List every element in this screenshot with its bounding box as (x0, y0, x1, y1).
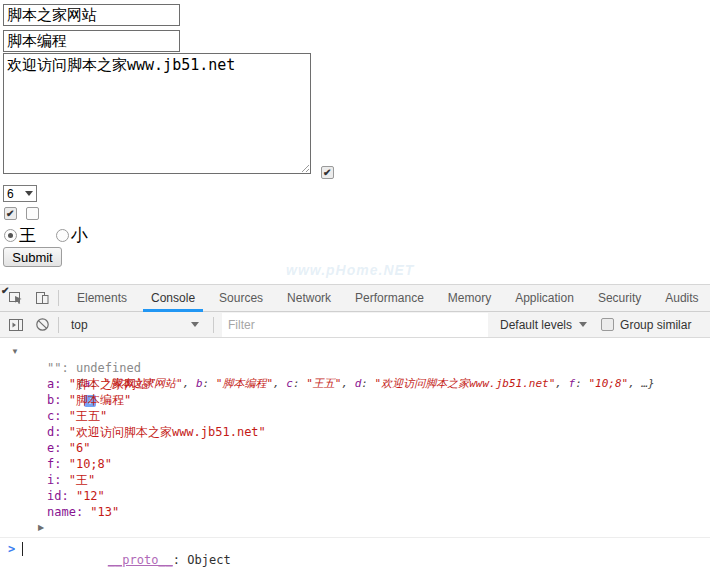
prompt-chevron-icon: > (8, 542, 15, 556)
console-property-row: "": undefined (0, 360, 710, 376)
filter-input[interactable] (222, 313, 488, 337)
radio-xiao[interactable] (56, 229, 69, 242)
tab-network[interactable]: Network (285, 285, 333, 312)
tab-performance[interactable]: Performance (353, 285, 426, 312)
console-property-list: "": undefineda: "脚本之家网站"b: "脚本编程"c: "王五"… (0, 360, 710, 520)
devtools-tabbar: ElementsConsoleSourcesNetworkPerformance… (0, 285, 710, 312)
console-property-row: e: "6" (0, 440, 710, 456)
property-key: id: (47, 489, 69, 503)
checkbox-2[interactable] (26, 207, 39, 220)
console-property-row: name: "13" (0, 504, 710, 520)
devtools-panel: ElementsConsoleSourcesNetworkPerformance… (0, 284, 710, 576)
site-name-input[interactable] (3, 4, 180, 26)
tab-security[interactable]: Security (596, 285, 643, 312)
console-property-row: id: "12" (0, 488, 710, 504)
select-arrow-icon (25, 191, 33, 196)
property-value: "12" (69, 489, 105, 503)
divider (213, 317, 214, 333)
property-value: "脚本编程" (61, 393, 131, 407)
console-property-row: a: "脚本之家网站" (0, 376, 710, 392)
property-value: "王" (61, 473, 95, 487)
inspect-icon[interactable] (8, 290, 24, 306)
tab-console[interactable]: Console (149, 285, 197, 312)
property-value: undefined (69, 361, 141, 375)
group-similar-label: Group similar (620, 318, 691, 332)
console-toolbar: top Default levels Group similar (0, 312, 710, 338)
log-levels-label: Default levels (500, 318, 572, 332)
console-sidebar-icon[interactable] (8, 317, 24, 333)
watermark: www.pHome.NET (286, 262, 414, 278)
property-key: b: (47, 393, 61, 407)
divider (58, 290, 59, 306)
radio-xiao-label: 小 (71, 224, 88, 247)
text-caret (22, 542, 23, 556)
tab-list: ElementsConsoleSourcesNetworkPerformance… (75, 285, 701, 312)
tab-memory[interactable]: Memory (446, 285, 493, 312)
textarea-resize-handle[interactable] (300, 163, 310, 173)
message-textarea[interactable]: 欢迎访问脚本之家www.jb51.net (3, 53, 311, 174)
property-value: "6" (61, 441, 90, 455)
console-prompt[interactable]: > (0, 537, 710, 559)
console-property-row: c: "王五" (0, 408, 710, 424)
textarea-side-checkbox[interactable] (321, 166, 334, 179)
tab-elements[interactable]: Elements (75, 285, 129, 312)
tab-application[interactable]: Application (513, 285, 576, 312)
property-value: "13" (83, 505, 119, 519)
property-key: name: (47, 505, 83, 519)
category-input[interactable] (3, 30, 180, 52)
property-value: "王五" (61, 409, 107, 423)
submit-button[interactable]: Submit (3, 247, 62, 267)
log-levels-dropdown[interactable]: Default levels (500, 318, 587, 332)
expand-arrow-icon[interactable]: ▼ (11, 344, 19, 360)
number-select[interactable]: 6 (3, 185, 37, 202)
property-key: a: (47, 377, 61, 391)
property-key: f: (47, 457, 61, 471)
property-value: "脚本之家网站" (61, 377, 155, 391)
console-property-row: i: "王" (0, 472, 710, 488)
property-value: "10;8" (61, 457, 112, 471)
chevron-down-icon (579, 322, 587, 327)
property-key: d: (47, 425, 61, 439)
expand-arrow-icon[interactable]: ▶ (38, 520, 44, 536)
clear-console-icon[interactable] (34, 317, 50, 333)
context-selector[interactable]: top (67, 312, 205, 338)
tab-audits[interactable]: Audits (663, 285, 700, 312)
console-property-row: f: "10;8" (0, 456, 710, 472)
divider (58, 317, 59, 333)
select-value: 6 (7, 187, 14, 201)
checkbox-1[interactable] (4, 207, 17, 220)
device-toolbar-icon[interactable] (34, 290, 50, 306)
radio-wang-label: 王 (19, 224, 36, 247)
radio-wang[interactable] (4, 229, 17, 242)
console-property-row: d: "欢迎访问脚本之家www.jb51.net" (0, 424, 710, 440)
property-key: e: (47, 441, 61, 455)
console-proto-row: ▶ __proto__: Object (0, 520, 710, 536)
group-similar-checkbox[interactable] (601, 318, 614, 331)
chevron-down-icon (191, 322, 199, 327)
console-output: ▼ {a: "脚本之家网站", b: "脚本编程", c: "王五", d: "… (0, 338, 710, 559)
property-key: "": (47, 361, 69, 375)
property-key: c: (47, 409, 61, 423)
console-log-row: ▼ {a: "脚本之家网站", b: "脚本编程", c: "王五", d: "… (0, 344, 710, 360)
property-key: i: (47, 473, 61, 487)
property-value: "欢迎访问脚本之家www.jb51.net" (61, 425, 265, 439)
page: 欢迎访问脚本之家www.jb51.net 6 王 小 Submit www.pH… (0, 0, 710, 576)
tab-sources[interactable]: Sources (217, 285, 265, 312)
context-selector-value: top (71, 318, 88, 332)
console-property-row: b: "脚本编程" (0, 392, 710, 408)
